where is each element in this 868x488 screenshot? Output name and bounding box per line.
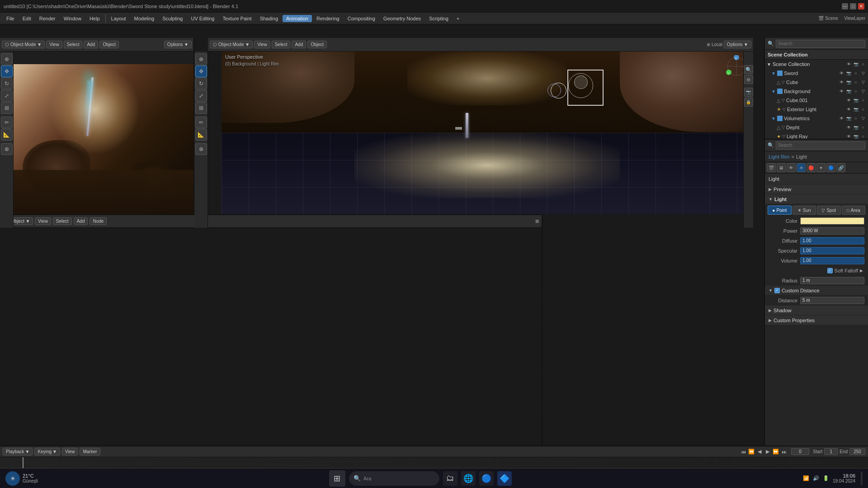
workspace-rendering[interactable]: Rendering <box>313 15 343 22</box>
scene-item-volumetrics[interactable]: ▼ Volumetrics 👁 📷 ○ ▽ <box>765 114 868 123</box>
c-transform-tool[interactable]: ⊞ <box>195 102 207 114</box>
cube-filter-icon[interactable]: ▽ <box>860 79 866 85</box>
sword-render-icon[interactable]: ○ <box>853 70 859 76</box>
cube-render-icon[interactable]: ○ <box>853 79 859 85</box>
workspace-shading[interactable]: Shading <box>256 15 282 22</box>
vis-icon-eye[interactable]: 👁 <box>845 61 852 67</box>
prev-frame-btn[interactable]: ⏪ <box>748 448 755 455</box>
vol-eye-icon[interactable]: 👁 <box>838 115 844 122</box>
scale-tool[interactable]: ⤢ <box>1 90 13 102</box>
c-rotate-tool[interactable]: ↻ <box>195 78 207 89</box>
zoom-out-btn[interactable]: ⊖ <box>744 75 753 84</box>
scene-item-collection-root[interactable]: ▼Scene Collection 👁 📷 ○ <box>765 60 868 69</box>
properties-search-input[interactable] <box>776 141 865 150</box>
prop-icon-material[interactable]: 🔴 <box>807 163 816 172</box>
shadow-section-header[interactable]: ▶ Shadow <box>765 305 868 315</box>
move-tool[interactable]: ✥ <box>1 66 13 77</box>
scene-item-depht[interactable]: △ ▽ Depht 👁 📷 ○ <box>765 123 868 132</box>
center-options[interactable]: Options ▼ <box>724 41 751 48</box>
lock-view-btn[interactable]: 🔒 <box>744 98 753 107</box>
scene-item-cube[interactable]: △ ▽ Cube 👁 📷 ○ ▽ <box>765 78 868 87</box>
zoom-in-btn[interactable]: 🔍 <box>744 65 753 74</box>
rotate-tool[interactable]: ↻ <box>1 78 13 89</box>
specular-value[interactable]: 1.00 <box>800 247 864 254</box>
taskbar-app-edge[interactable]: 🌐 <box>461 471 476 486</box>
workspace-animation[interactable]: Animation <box>283 15 312 22</box>
vol-filter-icon[interactable]: ▽ <box>860 115 866 122</box>
radius-value[interactable]: 1 m <box>800 277 864 284</box>
camera-view-btn[interactable]: 📷 <box>744 88 753 97</box>
cube001-cam-icon[interactable]: 📷 <box>853 97 859 103</box>
custom-properties-section-header[interactable]: ▶ Custom Properties <box>765 315 868 325</box>
show-desktop-btn[interactable] <box>861 472 863 485</box>
timeline-view-menu[interactable]: View <box>62 448 78 455</box>
bg-render-icon[interactable]: ○ <box>853 88 859 94</box>
workspace-scripting[interactable]: Scripting <box>425 15 452 22</box>
bg-filter-icon[interactable]: ▽ <box>860 88 866 94</box>
light-type-point[interactable]: ●Point <box>768 206 792 215</box>
scene-item-background[interactable]: ▼ Background 👁 📷 ○ ▽ <box>765 87 868 96</box>
left-mode-selector[interactable]: ⬡ Object Mode ▼ <box>2 41 45 48</box>
tray-volume-icon[interactable]: 🔊 <box>813 475 819 481</box>
left-view-menu[interactable]: View <box>46 41 62 48</box>
cube001-eye-icon[interactable]: 👁 <box>845 97 852 103</box>
lightray-render-icon[interactable]: ○ <box>860 133 866 139</box>
tray-battery-icon[interactable]: 🔋 <box>823 475 829 481</box>
taskbar-app-files[interactable]: 🗂 <box>443 471 458 486</box>
extlight-cam-icon[interactable]: 📷 <box>853 106 859 113</box>
prop-icon-output[interactable]: 🖥 <box>777 163 786 172</box>
diffuse-value[interactable]: 1.00 <box>800 237 864 244</box>
vol-cam-icon[interactable]: 📷 <box>845 115 852 122</box>
marker-menu[interactable]: Marker <box>80 448 100 455</box>
prop-icon-physics[interactable]: 🔵 <box>826 163 835 172</box>
depht-render-icon[interactable]: ○ <box>860 124 866 131</box>
workspace-texture[interactable]: Texture Paint <box>219 15 255 22</box>
node-view-menu[interactable]: View <box>35 217 51 225</box>
menu-help[interactable]: Help <box>86 15 104 22</box>
prop-icon-constraints[interactable]: 🔗 <box>836 163 845 172</box>
prop-icon-view[interactable]: 👁 <box>787 163 796 172</box>
workspace-layout[interactable]: Layout <box>108 15 130 22</box>
maximize-button[interactable]: □ <box>850 3 856 9</box>
preview-section-header[interactable]: ▶ Preview <box>765 184 868 194</box>
c-add-tool[interactable]: ⊕ <box>195 143 207 155</box>
scene-item-exterior-light[interactable]: ☀ ▽ Exterior Light 👁 📷 ○ <box>765 105 868 114</box>
cube001-render-icon[interactable]: ○ <box>860 97 866 103</box>
taskbar-app-chrome[interactable]: 🔵 <box>479 471 494 486</box>
workspace-sculpting[interactable]: Sculpting <box>159 15 186 22</box>
cube-cam-icon[interactable]: 📷 <box>845 79 852 85</box>
menu-window[interactable]: Window <box>60 15 85 22</box>
bg-cam-icon[interactable]: 📷 <box>845 88 852 94</box>
workspace-uv[interactable]: UV Editing <box>187 15 218 22</box>
scene-search-input[interactable] <box>776 40 865 48</box>
menu-file[interactable]: File <box>3 15 18 22</box>
scene-item-light-ray[interactable]: ✦ ▽ Light Ray 👁 📷 ○ <box>765 132 868 139</box>
c-cursor-tool[interactable]: ⊕ <box>195 53 207 65</box>
extlight-render-icon[interactable]: ○ <box>860 106 866 113</box>
lightray-cam-icon[interactable]: 📷 <box>853 133 859 139</box>
light-type-sun[interactable]: ☀Sun <box>793 206 816 215</box>
cube-eye-icon[interactable]: 👁 <box>838 79 844 85</box>
center-add-menu[interactable]: Add <box>292 41 306 48</box>
workspace-modeling[interactable]: Modeling <box>131 15 158 22</box>
workspace-compositing[interactable]: Compositing <box>344 15 379 22</box>
taskbar-app-blender[interactable]: 🔷 <box>497 471 512 486</box>
depht-cam-icon[interactable]: 📷 <box>853 124 859 131</box>
next-frame-btn[interactable]: ⏩ <box>772 448 779 455</box>
node-node-menu[interactable]: Node <box>90 217 107 225</box>
add-tool[interactable]: ⊕ <box>1 143 13 155</box>
distance-value[interactable]: 5 m <box>800 297 864 304</box>
power-value[interactable]: 3000 W <box>800 227 864 235</box>
clock-widget[interactable]: 18:06 19.04.2024 <box>833 473 855 483</box>
custom-distance-checkbox[interactable]: ✓ <box>774 288 780 293</box>
prop-icon-object-data[interactable]: ☀ <box>797 163 806 172</box>
vol-render-icon[interactable]: ○ <box>853 115 859 122</box>
current-frame-input[interactable] <box>791 448 809 455</box>
menu-render[interactable]: Render <box>36 15 59 22</box>
node-add-menu[interactable]: Add <box>74 217 88 225</box>
c-scale-tool[interactable]: ⤢ <box>195 90 207 102</box>
center-object-menu[interactable]: Object <box>307 41 327 48</box>
play-btn[interactable]: ▶ <box>764 448 771 455</box>
center-view-menu[interactable]: View <box>254 41 270 48</box>
breadcrumb-light-rim[interactable]: Light Rim <box>769 154 789 160</box>
